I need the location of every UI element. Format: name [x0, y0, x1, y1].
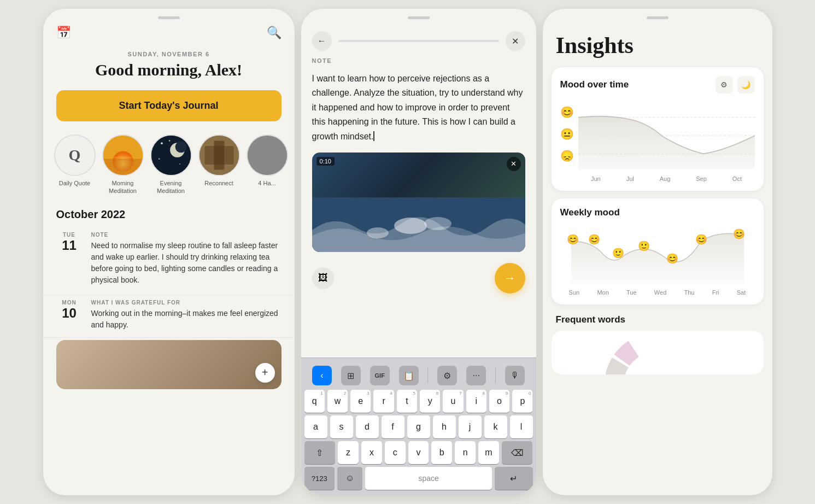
entry-content-1[interactable]: NOTE Need to normalise my sleep routine …	[91, 232, 282, 286]
circle-daily-quote[interactable]: Q Daily Quote	[54, 134, 96, 195]
back-button[interactable]: ←	[312, 31, 332, 51]
mood-card-header: Mood over time ⚙ 🌙	[560, 76, 755, 93]
greeting-text: Good morning, Alex!	[56, 61, 282, 79]
toolbar-divider	[427, 368, 428, 383]
key-g[interactable]: g	[407, 415, 430, 438]
note-body[interactable]: I want to learn how to perceive rejectio…	[301, 67, 536, 153]
key-b[interactable]: b	[431, 441, 452, 464]
daily-quote-circle[interactable]: Q	[54, 134, 96, 176]
entry-content-2[interactable]: WHAT I WAS GRATEFUL FOR Working out in t…	[91, 300, 282, 331]
send-button[interactable]: →	[495, 263, 525, 294]
weekly-card-header: Weekly mood	[560, 207, 755, 218]
keyboard-back-btn[interactable]: ‹	[312, 366, 332, 385]
keyboard-bottom-row: ?123 ☺ space ↵	[303, 467, 534, 493]
mood-over-time-card: Mood over time ⚙ 🌙 😊 😐 😞	[552, 67, 764, 191]
month-jul: Jul	[626, 175, 634, 182]
key-i[interactable]: i8	[466, 390, 486, 413]
keyboard-clipboard-btn[interactable]: 📋	[399, 366, 419, 385]
month-aug: Aug	[660, 175, 671, 182]
key-v[interactable]: v	[408, 441, 429, 464]
top-bar-2	[301, 9, 536, 24]
keyboard-row-3: ⇧ z x c v b n m ⌫	[303, 441, 534, 464]
key-s[interactable]: s	[330, 415, 353, 438]
video-thumbnail[interactable]: 0:10 ✕	[312, 153, 525, 252]
key-l[interactable]: l	[510, 415, 533, 438]
key-return-icon[interactable]: ↵	[495, 467, 532, 490]
extra-circle[interactable]	[247, 134, 288, 176]
keyboard-emoji-sticker-btn[interactable]: ⊞	[341, 366, 361, 385]
mood-card-controls: ⚙ 🌙	[716, 76, 755, 93]
morning-meditation-circle[interactable]	[102, 134, 144, 176]
key-m[interactable]: m	[478, 441, 499, 464]
key-h[interactable]: h	[433, 415, 456, 438]
add-button[interactable]: +	[255, 363, 275, 383]
key-t[interactable]: t5	[397, 390, 417, 413]
circle-extra[interactable]: 4 Ha...	[247, 134, 288, 195]
journal-entry-1: TUE 11 NOTE Need to normalise my sleep r…	[43, 227, 295, 295]
key-num-sym[interactable]: ?123	[304, 467, 335, 490]
key-f[interactable]: f	[382, 415, 404, 438]
key-q[interactable]: q1	[304, 390, 325, 413]
mood-settings-button[interactable]: ⚙	[716, 76, 733, 93]
insights-title: Insights	[543, 24, 772, 67]
emoji-neutral: 😐	[560, 127, 574, 140]
key-c[interactable]: c	[385, 441, 406, 464]
drag-pill-2	[408, 16, 430, 19]
svg-point-8	[168, 140, 170, 142]
keyboard-more-btn[interactable]: ···	[466, 366, 486, 385]
circle-reconnect[interactable]: Reconnect	[198, 134, 240, 195]
key-delete[interactable]: ⌫	[502, 441, 533, 464]
insights-panel: Insights Mood over time ⚙ 🌙 😊 😐 😞	[543, 9, 772, 495]
emoji-happy: 😊	[560, 106, 574, 119]
key-n[interactable]: n	[455, 441, 476, 464]
start-journal-button[interactable]: Start Today's Journal	[56, 90, 282, 121]
key-e[interactable]: e3	[350, 390, 371, 413]
note-title-bar	[338, 40, 499, 42]
calendar-icon[interactable]: 📅	[56, 26, 71, 40]
key-r[interactable]: r4	[373, 390, 394, 413]
attach-image-button[interactable]: 🖼	[312, 267, 334, 289]
key-w[interactable]: w2	[327, 390, 348, 413]
close-button[interactable]: ✕	[506, 31, 525, 51]
key-z[interactable]: z	[338, 441, 359, 464]
keyboard-settings-btn[interactable]: ⚙	[437, 366, 457, 385]
mood-dark-mode-button[interactable]: 🌙	[737, 76, 755, 93]
entry-type-1: NOTE	[91, 232, 282, 238]
text-cursor	[373, 131, 374, 141]
circle-evening-meditation[interactable]: EveningMeditation	[150, 134, 192, 195]
search-icon[interactable]: 🔍	[267, 26, 282, 40]
key-space[interactable]: space	[365, 467, 492, 490]
svg-rect-2	[103, 159, 143, 175]
mood-emoji-axis: 😊 😐 😞	[560, 100, 574, 182]
reconnect-circle[interactable]	[198, 134, 240, 176]
evening-meditation-circle[interactable]	[150, 134, 192, 176]
day-sat: Sat	[737, 289, 746, 296]
day-sun: Sun	[569, 289, 580, 296]
key-j[interactable]: j	[459, 415, 482, 438]
note-toolbar: 🖼 →	[301, 259, 536, 298]
key-y[interactable]: y6	[420, 390, 440, 413]
evening-meditation-label: EveningMeditation	[157, 179, 185, 195]
keyboard-gif-btn[interactable]: GIF	[370, 366, 390, 385]
mood-over-time-chart	[578, 100, 755, 171]
circle-morning-meditation[interactable]: MorningMeditation	[102, 134, 144, 195]
month-jun: Jun	[591, 175, 601, 182]
key-u[interactable]: u7	[443, 390, 463, 413]
entry-date-1: TUE 11	[56, 232, 83, 286]
weekly-mood-chart: 😊 😊 🙂 🙂 😊 😊 😊	[560, 225, 755, 285]
key-shift[interactable]: ⇧	[304, 441, 336, 464]
entry-type-2: WHAT I WAS GRATEFUL FOR	[91, 300, 282, 306]
svg-rect-14	[248, 136, 287, 175]
key-d[interactable]: d	[356, 415, 379, 438]
weekly-mood-card: Weekly mood 😊 😊 🙂 🙂 😊	[552, 198, 764, 304]
keyboard-mic-btn[interactable]: 🎙	[505, 366, 525, 385]
video-close-button[interactable]: ✕	[507, 157, 521, 171]
key-a[interactable]: a	[304, 415, 327, 438]
key-k[interactable]: k	[484, 415, 507, 438]
word-cloud-chart	[552, 331, 764, 374]
key-x[interactable]: x	[361, 441, 382, 464]
frequent-words-title: Frequent words	[543, 312, 772, 331]
key-o[interactable]: o9	[489, 390, 509, 413]
key-p[interactable]: p0	[512, 390, 532, 413]
key-emoji[interactable]: ☺	[337, 467, 362, 490]
